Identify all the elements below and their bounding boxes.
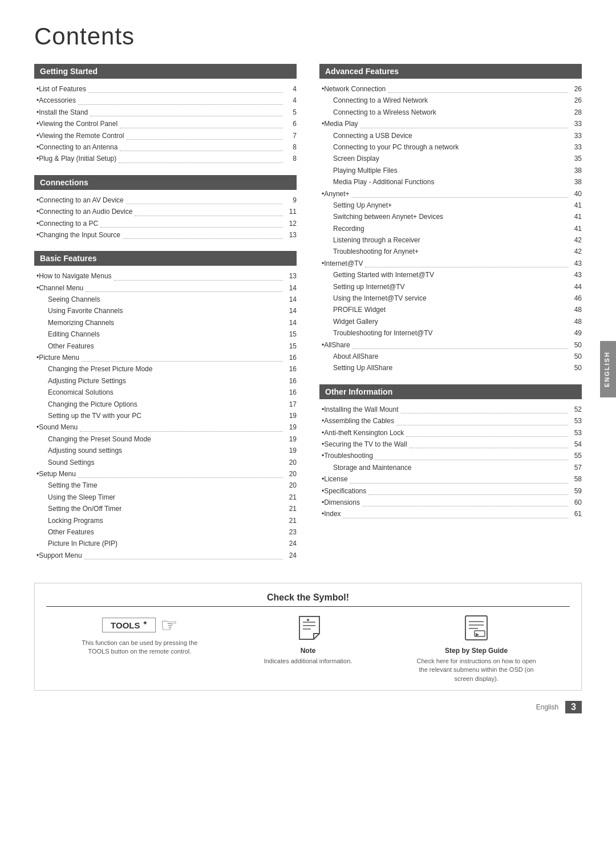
item-label: Changing the Picture Options [48, 399, 137, 410]
list-item: Assembling the Cables 53 [319, 415, 582, 427]
item-label: Anti-theft Kensington Lock [324, 427, 404, 439]
dots [120, 118, 283, 128]
basic-features-list: How to Navigate Menus 13 Channel Menu 14… [34, 270, 297, 561]
list-item: License 58 [319, 473, 582, 485]
item-label: Installing the Wall Mount [324, 404, 398, 415]
dots [375, 450, 568, 460]
list-item: Seeing Channels 14 [34, 294, 297, 305]
item-label: Economical Solutions [48, 387, 114, 398]
symbol-step-guide: ▶ Step by Step Guide Check here for inst… [414, 614, 539, 683]
item-label: PROFILE Widget [333, 304, 386, 315]
list-item: Other Features 23 [34, 526, 297, 538]
other-information-list: Installing the Wall Mount 52 Assembling … [319, 404, 582, 520]
item-label: Troubleshooting for Internet@TV [333, 327, 433, 339]
page-number: 50 [568, 351, 582, 362]
page-number: 38 [568, 176, 582, 188]
item-label: Setting the Time [48, 480, 98, 491]
dots [86, 282, 283, 292]
item-label: Viewing the Control Panel [39, 118, 117, 129]
list-item: About AllShare 50 [319, 351, 582, 362]
symbol-row: TOOLS ✦ ☞ This function can be used by p… [46, 614, 570, 683]
page-number: 26 [568, 95, 582, 106]
page-number: 21 [283, 515, 297, 526]
note-description: Indicates additional information. [264, 657, 352, 666]
item-label: Setting the On/Off Timer [48, 503, 121, 514]
item-label: Securing the TV to the Wall [324, 439, 407, 450]
dots [114, 270, 283, 280]
item-label: Accessories [39, 95, 76, 106]
list-item: Using the Internet@TV service 46 [319, 293, 582, 304]
section-header-getting-started: Getting Started [34, 64, 297, 79]
list-item: AllShare 50 [319, 339, 582, 351]
list-item: Troubleshooting 55 [319, 450, 582, 461]
dots [365, 258, 568, 267]
list-item: Changing the Picture Options 17 [34, 399, 297, 410]
dots [352, 188, 568, 198]
page-number: 12 [285, 218, 297, 229]
section-header-other-information: Other Information [319, 384, 582, 399]
list-item: List of Features 4 [34, 83, 297, 95]
page-number: 50 [568, 362, 582, 374]
step-guide-label: Step by Step Guide [445, 647, 508, 655]
step-guide-description: Check here for instructions on how to op… [414, 657, 539, 683]
right-column: Advanced Features Network Connection 26 … [319, 64, 582, 571]
item-label: Viewing the Remote Control [39, 130, 124, 141]
dots [126, 130, 283, 140]
dots [410, 439, 568, 448]
item-label: Getting Started with Internet@TV [333, 269, 434, 281]
item-label: Changing the Preset Sound Mode [48, 433, 151, 445]
dots [126, 194, 283, 204]
page-number: 21 [283, 492, 297, 503]
item-label: Changing the Input Source [39, 229, 120, 241]
check-symbol-section: Check the Symbol! TOOLS ✦ ☞ This functio… [34, 583, 582, 691]
page-number: 19 [285, 421, 297, 433]
dots [119, 153, 283, 163]
dots [360, 118, 568, 128]
page-number: 8 [285, 153, 297, 164]
getting-started-list: List of Features 4 Accessories 4 Install… [34, 83, 297, 165]
list-item: Network Connection 26 [319, 83, 582, 95]
item-label: Anynet+ [324, 188, 349, 200]
item-label: Sound Settings [48, 457, 94, 468]
svg-point-3 [307, 619, 309, 621]
item-label: Other Features [48, 340, 94, 352]
list-item: Troubleshooting for Internet@TV 49 [319, 327, 582, 339]
dots [123, 229, 283, 239]
item-label: Adjusting sound settings [48, 445, 122, 456]
list-item: Specifications 59 [319, 485, 582, 497]
list-item: Locking Programs 21 [34, 515, 297, 526]
item-label: Support Menu [39, 550, 82, 561]
section-other-information: Other Information Installing the Wall Mo… [319, 384, 582, 520]
list-item: Connecting to a Wired Network 26 [319, 95, 582, 106]
list-item: Sound Settings 20 [34, 457, 297, 468]
item-label: Connecting to a PC [39, 218, 98, 229]
item-label: Setup Menu [39, 468, 76, 480]
page-number: 28 [568, 107, 582, 118]
page-number: 23 [283, 526, 297, 538]
item-label: Using the Internet@TV service [333, 293, 427, 304]
page-number: 14 [285, 282, 297, 294]
list-item: Screen Display 35 [319, 153, 582, 164]
item-label: Setting Up Anynet+ [333, 200, 392, 211]
item-label: Media Play [324, 118, 358, 129]
item-label: Install the Stand [39, 107, 88, 118]
item-label: Connecting to your PC through a network [333, 141, 459, 153]
item-label: Storage and Maintenance [333, 462, 411, 473]
list-item: Using the Sleep Timer 21 [34, 492, 297, 503]
dots [84, 550, 283, 559]
dots [135, 206, 283, 216]
item-label: Using Favorite Channels [48, 305, 123, 317]
section-header-advanced-features: Advanced Features [319, 64, 582, 79]
tools-superscript: ✦ [143, 620, 147, 626]
item-label: Playing Multiple Files [333, 165, 398, 176]
list-item: Changing the Preset Sound Mode 19 [34, 433, 297, 445]
list-item: Setup Menu 20 [34, 468, 297, 480]
item-label: Media Play - Additional Functions [333, 176, 434, 188]
list-item: Connecting to an Audio Device 11 [34, 206, 297, 217]
item-label: Channel Menu [39, 282, 83, 294]
list-item: Adjusting sound settings 19 [34, 445, 297, 456]
page-number: 16 [283, 375, 297, 387]
list-item: Listening through a Receiver 42 [319, 234, 582, 246]
dots [78, 95, 283, 104]
page-number: 49 [568, 327, 582, 339]
